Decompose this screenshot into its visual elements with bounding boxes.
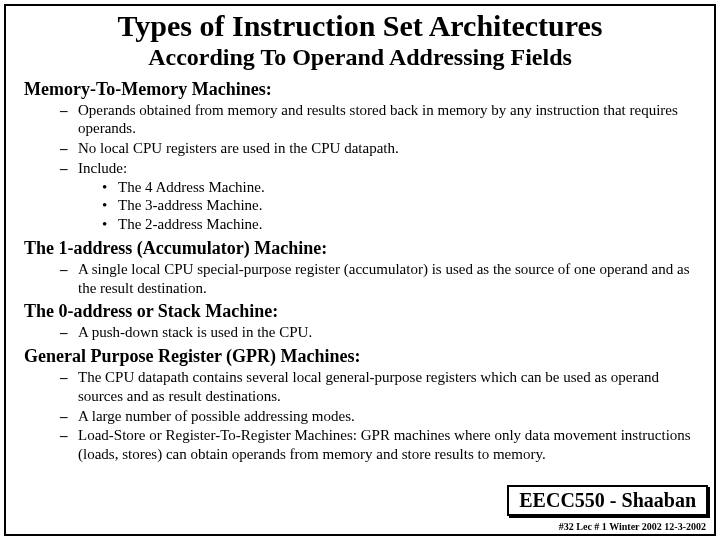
list-item: No local CPU registers are used in the C… — [60, 139, 696, 158]
bullet-text: A large number of possible addressing mo… — [78, 408, 355, 424]
bullet-text: A single local CPU special-purpose regis… — [78, 261, 689, 296]
slide-content: Types of Instruction Set Architectures A… — [6, 6, 714, 534]
list-item: Load-Store or Register-To-Register Machi… — [60, 426, 696, 464]
list-item: A single local CPU special-purpose regis… — [60, 260, 696, 298]
bullet-text: Include: — [78, 160, 127, 176]
list-item: A push-down stack is used in the CPU. — [60, 323, 696, 342]
list-item: The 3-address Machine. — [102, 196, 696, 215]
list-item: The 2-address Machine. — [102, 215, 696, 234]
list-item: Include: The 4 Address Machine. The 3-ad… — [60, 159, 696, 234]
list-item: Operands obtained from memory and result… — [60, 101, 696, 139]
bullet-list: A single local CPU special-purpose regis… — [24, 260, 696, 298]
bullet-list: A push-down stack is used in the CPU. — [24, 323, 696, 342]
bullet-text: No local CPU registers are used in the C… — [78, 140, 399, 156]
footer-meta: #32 Lec # 1 Winter 2002 12-3-2002 — [559, 521, 706, 532]
bullet-text: Operands obtained from memory and result… — [78, 102, 678, 137]
bullet-text: The CPU datapath contains several local … — [78, 369, 659, 404]
slide-subtitle: According To Operand Addressing Fields — [24, 44, 696, 71]
section-heading: General Purpose Register (GPR) Machines: — [24, 346, 696, 367]
section-heading: The 1-address (Accumulator) Machine: — [24, 238, 696, 259]
bullet-list: The CPU datapath contains several local … — [24, 368, 696, 464]
list-item: A large number of possible addressing mo… — [60, 407, 696, 426]
bullet-text: The 3-address Machine. — [118, 197, 263, 213]
bullet-text: The 4 Address Machine. — [118, 179, 265, 195]
slide-title: Types of Instruction Set Architectures — [24, 10, 696, 42]
bullet-text: The 2-address Machine. — [118, 216, 263, 232]
bullet-text: Load-Store or Register-To-Register Machi… — [78, 427, 691, 462]
section-heading: The 0-address or Stack Machine: — [24, 301, 696, 322]
list-item: The CPU datapath contains several local … — [60, 368, 696, 406]
section-heading: Memory-To-Memory Machines: — [24, 79, 696, 100]
bullet-text: A push-down stack is used in the CPU. — [78, 324, 312, 340]
sub-bullet-list: The 4 Address Machine. The 3-address Mac… — [78, 178, 696, 234]
bullet-list: Operands obtained from memory and result… — [24, 101, 696, 234]
footer-course-box: EECC550 - Shaaban — [507, 485, 708, 516]
list-item: The 4 Address Machine. — [102, 178, 696, 197]
